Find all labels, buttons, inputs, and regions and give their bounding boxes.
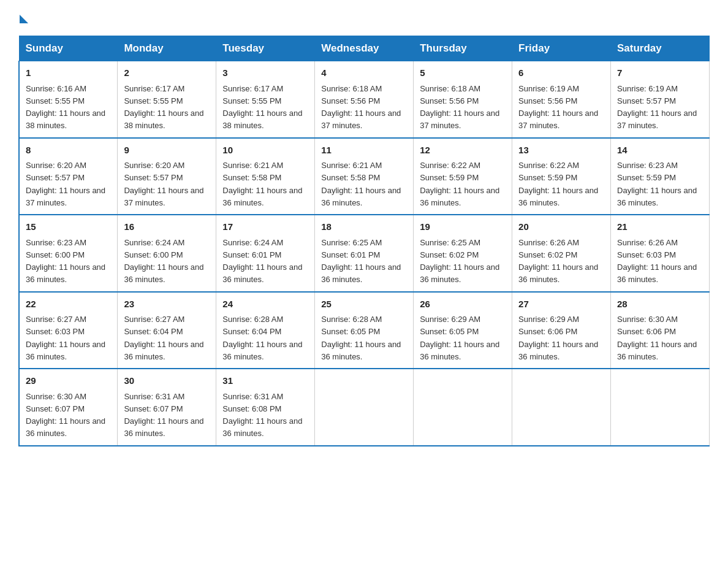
- day-info: Sunrise: 6:19 AMSunset: 5:56 PMDaylight:…: [518, 84, 598, 131]
- day-number: 29: [26, 374, 111, 388]
- day-number: 21: [617, 220, 703, 234]
- calendar-cell: 14Sunrise: 6:23 AMSunset: 5:59 PMDayligh…: [611, 138, 710, 215]
- day-number: 11: [321, 144, 407, 158]
- calendar-cell: 20Sunrise: 6:26 AMSunset: 6:02 PMDayligh…: [512, 215, 611, 292]
- day-info: Sunrise: 6:17 AMSunset: 5:55 PMDaylight:…: [222, 84, 302, 131]
- calendar-cell: 23Sunrise: 6:27 AMSunset: 6:04 PMDayligh…: [118, 292, 216, 369]
- day-number: 4: [321, 66, 407, 80]
- day-info: Sunrise: 6:18 AMSunset: 5:56 PMDaylight:…: [420, 84, 499, 131]
- calendar-cell: 29Sunrise: 6:30 AMSunset: 6:07 PMDayligh…: [19, 369, 118, 446]
- day-info: Sunrise: 6:25 AMSunset: 6:01 PMDaylight:…: [321, 238, 401, 285]
- calendar-week-row: 29Sunrise: 6:30 AMSunset: 6:07 PMDayligh…: [19, 369, 710, 446]
- day-number: 14: [617, 144, 703, 158]
- calendar-cell: 30Sunrise: 6:31 AMSunset: 6:07 PMDayligh…: [118, 369, 216, 446]
- calendar-cell: 4Sunrise: 6:18 AMSunset: 5:56 PMDaylight…: [315, 61, 414, 138]
- day-info: Sunrise: 6:22 AMSunset: 5:59 PMDaylight:…: [420, 161, 499, 207]
- day-number: 17: [222, 220, 308, 234]
- calendar-cell: 28Sunrise: 6:30 AMSunset: 6:06 PMDayligh…: [611, 292, 710, 369]
- day-info: Sunrise: 6:24 AMSunset: 6:01 PMDaylight:…: [222, 238, 302, 285]
- day-info: Sunrise: 6:27 AMSunset: 6:04 PMDaylight:…: [124, 315, 203, 361]
- day-number: 23: [124, 297, 210, 312]
- calendar-cell: 8Sunrise: 6:20 AMSunset: 5:57 PMDaylight…: [19, 138, 118, 215]
- day-info: Sunrise: 6:23 AMSunset: 5:59 PMDaylight:…: [617, 161, 697, 207]
- day-number: 15: [26, 220, 111, 234]
- calendar-cell: 25Sunrise: 6:28 AMSunset: 6:05 PMDayligh…: [315, 292, 414, 369]
- day-number: 8: [26, 144, 111, 158]
- calendar-cell: 5Sunrise: 6:18 AMSunset: 5:56 PMDaylight…: [414, 61, 512, 138]
- page-header: [18, 12, 710, 23]
- day-number: 19: [420, 220, 506, 234]
- logo: [18, 12, 28, 23]
- day-number: 18: [321, 220, 407, 234]
- day-number: 27: [518, 297, 604, 312]
- calendar-cell: 9Sunrise: 6:20 AMSunset: 5:57 PMDaylight…: [118, 138, 216, 215]
- calendar-week-row: 15Sunrise: 6:23 AMSunset: 6:00 PMDayligh…: [19, 215, 710, 292]
- calendar-cell: 10Sunrise: 6:21 AMSunset: 5:58 PMDayligh…: [216, 138, 315, 215]
- day-info: Sunrise: 6:30 AMSunset: 6:07 PMDaylight:…: [26, 392, 105, 439]
- day-info: Sunrise: 6:28 AMSunset: 6:04 PMDaylight:…: [222, 315, 302, 361]
- day-info: Sunrise: 6:26 AMSunset: 6:03 PMDaylight:…: [617, 238, 697, 285]
- day-info: Sunrise: 6:29 AMSunset: 6:06 PMDaylight:…: [518, 315, 598, 361]
- calendar-cell: 12Sunrise: 6:22 AMSunset: 5:59 PMDayligh…: [414, 138, 512, 215]
- day-info: Sunrise: 6:31 AMSunset: 6:08 PMDaylight:…: [222, 392, 302, 439]
- calendar-cell: 16Sunrise: 6:24 AMSunset: 6:00 PMDayligh…: [118, 215, 216, 292]
- calendar-table: SundayMondayTuesdayWednesdayThursdayFrid…: [18, 36, 710, 446]
- calendar-header-monday: Monday: [118, 36, 216, 61]
- calendar-cell: 11Sunrise: 6:21 AMSunset: 5:58 PMDayligh…: [315, 138, 414, 215]
- calendar-cell: 13Sunrise: 6:22 AMSunset: 5:59 PMDayligh…: [512, 138, 611, 215]
- calendar-cell: 2Sunrise: 6:17 AMSunset: 5:55 PMDaylight…: [118, 61, 216, 138]
- day-number: 12: [420, 144, 506, 158]
- day-info: Sunrise: 6:20 AMSunset: 5:57 PMDaylight:…: [26, 161, 105, 207]
- day-info: Sunrise: 6:23 AMSunset: 6:00 PMDaylight:…: [26, 238, 105, 285]
- calendar-cell: 27Sunrise: 6:29 AMSunset: 6:06 PMDayligh…: [512, 292, 611, 369]
- day-info: Sunrise: 6:19 AMSunset: 5:57 PMDaylight:…: [617, 84, 697, 131]
- calendar-cell: 17Sunrise: 6:24 AMSunset: 6:01 PMDayligh…: [216, 215, 315, 292]
- day-number: 3: [222, 66, 308, 80]
- day-number: 10: [222, 144, 308, 158]
- day-number: 6: [518, 66, 604, 80]
- day-number: 16: [124, 220, 210, 234]
- day-info: Sunrise: 6:26 AMSunset: 6:02 PMDaylight:…: [518, 238, 598, 285]
- day-info: Sunrise: 6:21 AMSunset: 5:58 PMDaylight:…: [321, 161, 401, 207]
- day-info: Sunrise: 6:17 AMSunset: 5:55 PMDaylight:…: [124, 84, 203, 131]
- calendar-header-saturday: Saturday: [611, 36, 710, 61]
- calendar-header-friday: Friday: [512, 36, 611, 61]
- calendar-cell: 26Sunrise: 6:29 AMSunset: 6:05 PMDayligh…: [414, 292, 512, 369]
- day-info: Sunrise: 6:29 AMSunset: 6:05 PMDaylight:…: [420, 315, 499, 361]
- day-number: 31: [222, 374, 308, 388]
- day-number: 1: [26, 66, 111, 80]
- calendar-cell: 6Sunrise: 6:19 AMSunset: 5:56 PMDaylight…: [512, 61, 611, 138]
- calendar-cell: 3Sunrise: 6:17 AMSunset: 5:55 PMDaylight…: [216, 61, 315, 138]
- calendar-cell: [611, 369, 710, 446]
- day-info: Sunrise: 6:18 AMSunset: 5:56 PMDaylight:…: [321, 84, 401, 131]
- day-number: 20: [518, 220, 604, 234]
- day-number: 24: [222, 297, 308, 312]
- calendar-week-row: 1Sunrise: 6:16 AMSunset: 5:55 PMDaylight…: [19, 61, 710, 138]
- calendar-cell: 19Sunrise: 6:25 AMSunset: 6:02 PMDayligh…: [414, 215, 512, 292]
- calendar-header-tuesday: Tuesday: [216, 36, 315, 61]
- day-info: Sunrise: 6:20 AMSunset: 5:57 PMDaylight:…: [124, 161, 203, 207]
- calendar-cell: 31Sunrise: 6:31 AMSunset: 6:08 PMDayligh…: [216, 369, 315, 446]
- calendar-cell: 24Sunrise: 6:28 AMSunset: 6:04 PMDayligh…: [216, 292, 315, 369]
- calendar-cell: 21Sunrise: 6:26 AMSunset: 6:03 PMDayligh…: [611, 215, 710, 292]
- day-number: 22: [26, 297, 111, 312]
- calendar-cell: [512, 369, 611, 446]
- day-number: 2: [124, 66, 210, 80]
- day-number: 30: [124, 374, 210, 388]
- calendar-cell: 15Sunrise: 6:23 AMSunset: 6:00 PMDayligh…: [19, 215, 118, 292]
- day-number: 9: [124, 144, 210, 158]
- day-number: 5: [420, 66, 506, 80]
- day-number: 7: [617, 66, 703, 80]
- day-info: Sunrise: 6:22 AMSunset: 5:59 PMDaylight:…: [518, 161, 598, 207]
- day-info: Sunrise: 6:30 AMSunset: 6:06 PMDaylight:…: [617, 315, 697, 361]
- day-number: 13: [518, 144, 604, 158]
- calendar-cell: 22Sunrise: 6:27 AMSunset: 6:03 PMDayligh…: [19, 292, 118, 369]
- day-info: Sunrise: 6:16 AMSunset: 5:55 PMDaylight:…: [26, 84, 105, 131]
- calendar-cell: 7Sunrise: 6:19 AMSunset: 5:57 PMDaylight…: [611, 61, 710, 138]
- day-number: 25: [321, 297, 407, 312]
- day-info: Sunrise: 6:21 AMSunset: 5:58 PMDaylight:…: [222, 161, 302, 207]
- calendar-header-thursday: Thursday: [414, 36, 512, 61]
- calendar-week-row: 22Sunrise: 6:27 AMSunset: 6:03 PMDayligh…: [19, 292, 710, 369]
- calendar-cell: 18Sunrise: 6:25 AMSunset: 6:01 PMDayligh…: [315, 215, 414, 292]
- day-number: 28: [617, 297, 703, 312]
